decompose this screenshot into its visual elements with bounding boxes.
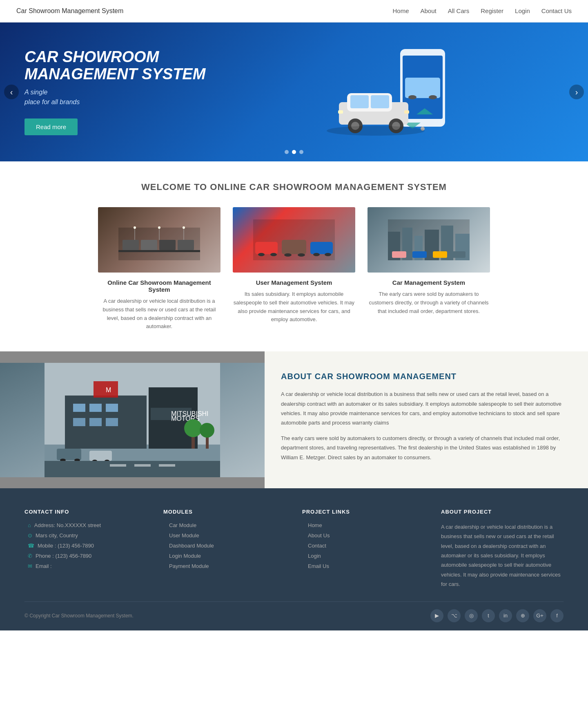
social-github[interactable]: ⌥ — [448, 609, 461, 622]
svg-point-36 — [284, 253, 292, 257]
module-dashboard[interactable]: Dashboard Module — [163, 543, 286, 549]
svg-rect-23 — [178, 240, 194, 250]
nav-home[interactable]: Home — [393, 7, 409, 14]
module-user[interactable]: User Module — [163, 532, 286, 539]
navbar: Car Showroom Management System Home Abou… — [0, 0, 588, 22]
social-youtube[interactable]: ▶ — [430, 609, 443, 622]
footer-about-project-text: A car dealership or vehicle local distri… — [441, 522, 564, 589]
module-car[interactable]: Car Module — [163, 522, 286, 528]
hero-dot-3[interactable] — [299, 150, 303, 154]
plink-login[interactable]: Login — [302, 553, 425, 559]
footer-contact-title: CONTACT INFO — [24, 509, 147, 515]
svg-rect-24 — [118, 250, 200, 252]
hero-dot-1[interactable] — [285, 150, 289, 154]
module-login[interactable]: Login Module — [163, 553, 286, 559]
svg-rect-80 — [159, 464, 175, 467]
svg-rect-79 — [134, 464, 151, 467]
about-title: ABOUT CAR SHOWROOM MANAGEMENT — [281, 372, 572, 381]
hero-dots — [285, 150, 303, 154]
footer-modules-list: Car Module User Module Dashboard Module … — [163, 522, 286, 569]
svg-rect-58 — [106, 404, 118, 412]
about-section: M MITSUBISHI MOTORS — [0, 351, 588, 488]
phone-icon — [28, 553, 32, 559]
hero-car-svg — [323, 45, 453, 139]
svg-point-18 — [327, 126, 425, 136]
about-image: M MITSUBISHI MOTORS — [0, 363, 265, 477]
footer-project-links-list: Home About Us Contact Login Email Us — [302, 522, 425, 569]
nav-login[interactable]: Login — [515, 7, 530, 14]
social-twitter[interactable]: t — [482, 609, 495, 622]
social-facebook[interactable]: f — [550, 609, 564, 622]
svg-rect-32 — [255, 242, 278, 254]
footer-bottom: © Copyright Car Showroom Management Syst… — [24, 601, 564, 622]
social-skype[interactable]: ◎ — [465, 609, 478, 622]
social-linkedin[interactable]: in — [499, 609, 512, 622]
plink-email[interactable]: Email Us — [302, 563, 425, 569]
contact-phone: Phone : (123) 456-7890 — [24, 553, 147, 559]
about-content: ABOUT CAR SHOWROOM MANAGEMENT A car deal… — [265, 351, 588, 488]
card-2-desc: Its sales subsidiary. It employs automob… — [233, 290, 355, 324]
about-image-side: M MITSUBISHI MOTORS — [0, 351, 265, 488]
contact-email: Email : — [24, 563, 147, 569]
card-3: Car Management System The early cars wer… — [368, 207, 490, 331]
plink-about[interactable]: About Us — [302, 532, 425, 539]
svg-rect-17 — [404, 110, 409, 114]
svg-rect-67 — [57, 449, 81, 460]
footer-project-links-title: PROJECT LINKS — [302, 509, 425, 515]
hero-readmore-button[interactable]: Read more — [24, 118, 78, 135]
svg-point-39 — [313, 253, 320, 256]
nav-contact[interactable]: Contact Us — [541, 7, 572, 14]
contact-city: Mars city, Country — [24, 532, 147, 539]
nav-about[interactable]: About — [421, 7, 437, 14]
svg-rect-48 — [392, 251, 406, 258]
hero-prev-button[interactable]: ‹ — [4, 85, 19, 99]
svg-rect-16 — [338, 110, 343, 114]
footer-contact-col: CONTACT INFO Address: No.XXXXXX street M… — [24, 509, 147, 589]
brand-name: Car Showroom Management System — [16, 7, 123, 14]
svg-point-30 — [183, 226, 185, 229]
plink-contact[interactable]: Contact — [302, 543, 425, 549]
card-1: Online Car Showroom Management System A … — [98, 207, 220, 331]
svg-rect-49 — [412, 251, 427, 258]
nav-register[interactable]: Register — [481, 7, 503, 14]
social-dribbble[interactable]: ⊕ — [516, 609, 529, 622]
hero-dot-2[interactable] — [292, 150, 296, 154]
svg-rect-61 — [106, 418, 118, 426]
social-googleplus[interactable]: G+ — [533, 609, 546, 622]
svg-point-5 — [429, 95, 437, 99]
hero-next-button[interactable]: › — [569, 85, 584, 99]
svg-rect-51 — [451, 251, 466, 258]
card-3-image — [368, 207, 490, 273]
email-icon — [28, 563, 32, 569]
svg-rect-20 — [122, 240, 139, 250]
svg-rect-3 — [405, 78, 440, 98]
svg-rect-78 — [110, 464, 126, 467]
mobile-icon — [28, 543, 34, 549]
footer-contact-list: Address: No.XXXXXX street Mars city, Cou… — [24, 522, 147, 569]
nav-links: Home About All Cars Register Login Conta… — [393, 7, 572, 15]
about-para2: The early cars were sold by automakers t… — [281, 434, 572, 462]
svg-rect-50 — [433, 251, 447, 258]
hero-section: ‹ CAR SHOWROOM MANAGEMENT SYSTEM A singl… — [0, 22, 588, 161]
nav-all-cars[interactable]: All Cars — [448, 7, 470, 14]
hero-image — [212, 45, 564, 139]
house-icon — [28, 522, 31, 528]
svg-point-33 — [258, 253, 265, 256]
svg-rect-70 — [89, 451, 112, 461]
svg-rect-35 — [282, 240, 306, 254]
footer-project-links-col: PROJECT LINKS Home About Us Contact Logi… — [302, 509, 425, 589]
svg-rect-21 — [141, 240, 157, 250]
svg-rect-56 — [73, 404, 85, 412]
svg-point-76 — [200, 423, 214, 438]
svg-point-37 — [298, 253, 305, 257]
plink-home[interactable]: Home — [302, 522, 425, 528]
card-3-title: Car Management System — [368, 279, 490, 286]
svg-text:M: M — [106, 387, 111, 393]
footer-copyright: © Copyright Car Showroom Management Syst… — [24, 613, 134, 619]
hero-title: CAR SHOWROOM MANAGEMENT SYSTEM — [24, 49, 212, 83]
footer-about-project-col: ABOUT PROJECT A car dealership or vehicl… — [441, 509, 564, 589]
svg-rect-11 — [371, 95, 389, 108]
module-payment[interactable]: Payment Module — [163, 563, 286, 569]
hero-subtitle: A single place for all brands — [24, 87, 212, 107]
svg-point-29 — [158, 226, 160, 229]
